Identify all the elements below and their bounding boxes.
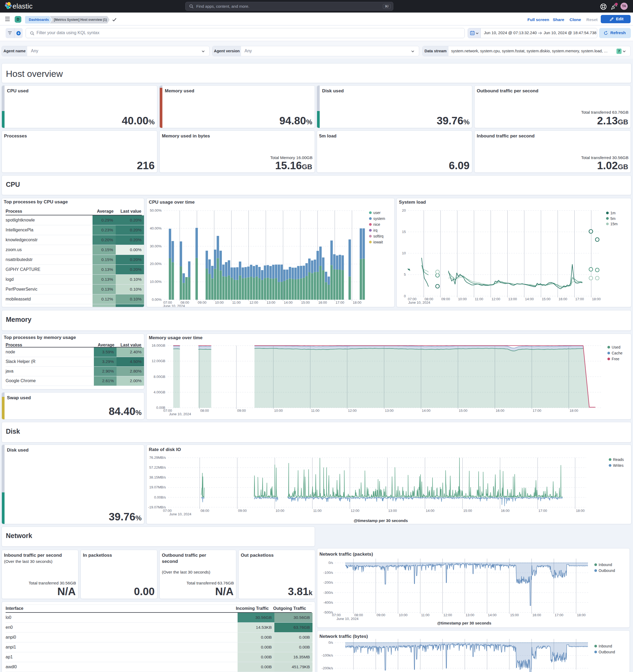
svg-text:12:00: 12:00 bbox=[444, 613, 452, 617]
svg-text:15:00: 15:00 bbox=[459, 409, 468, 413]
svg-text:June 10, 2024: June 10, 2024 bbox=[336, 617, 358, 621]
svg-text:11:00: 11:00 bbox=[313, 509, 322, 513]
svg-text:June 10, 2024: June 10, 2024 bbox=[169, 412, 191, 416]
svg-text:4.00GB: 4.00GB bbox=[154, 390, 165, 394]
svg-text:12:00: 12:00 bbox=[348, 409, 357, 413]
svg-text:08:00: 08:00 bbox=[200, 409, 209, 413]
svg-text:-500/s: -500/s bbox=[324, 610, 333, 614]
svg-text:@timestamp per 30 seconds: @timestamp per 30 seconds bbox=[354, 518, 408, 523]
svg-text:15: 15 bbox=[402, 230, 406, 234]
svg-text:-100k/s: -100k/s bbox=[322, 653, 333, 657]
svg-text:18:00: 18:00 bbox=[577, 613, 586, 617]
svg-text:Inbound: Inbound bbox=[599, 644, 612, 648]
svg-text:13:00: 13:00 bbox=[465, 613, 474, 617]
svg-text:18:00: 18:00 bbox=[592, 297, 601, 301]
svg-text:Outbound: Outbound bbox=[599, 569, 615, 573]
svg-text:10:00: 10:00 bbox=[215, 301, 224, 305]
svg-text:07:00: 07:00 bbox=[332, 613, 341, 617]
svg-text:13:00: 13:00 bbox=[508, 297, 517, 301]
svg-text:30.00%: 30.00% bbox=[150, 244, 162, 248]
svg-text:16.00GB: 16.00GB bbox=[152, 343, 165, 347]
svg-text:19.07MB/s: 19.07MB/s bbox=[149, 485, 166, 489]
svg-text:09:00: 09:00 bbox=[441, 297, 450, 301]
svg-text:June 10, 2024: June 10, 2024 bbox=[408, 301, 430, 305]
svg-text:June 10, 2024: June 10, 2024 bbox=[163, 304, 185, 307]
svg-text:16:00: 16:00 bbox=[559, 297, 567, 301]
svg-text:0: 0 bbox=[404, 294, 406, 298]
svg-text:Free: Free bbox=[612, 357, 619, 361]
svg-text:1m: 1m bbox=[610, 211, 615, 215]
svg-text:5m: 5m bbox=[610, 216, 615, 221]
svg-text:8.00GB: 8.00GB bbox=[154, 375, 165, 379]
svg-text:12:00: 12:00 bbox=[249, 301, 258, 305]
svg-text:18:00: 18:00 bbox=[569, 409, 578, 413]
svg-text:09:00: 09:00 bbox=[238, 509, 247, 513]
svg-text:16:00: 16:00 bbox=[496, 409, 505, 413]
svg-text:15:00: 15:00 bbox=[510, 613, 519, 617]
svg-text:10:00: 10:00 bbox=[399, 613, 408, 617]
svg-text:12:00: 12:00 bbox=[351, 509, 359, 513]
svg-text:40.00%: 40.00% bbox=[150, 226, 162, 230]
svg-text:12.00GB: 12.00GB bbox=[152, 359, 165, 363]
svg-text:14:00: 14:00 bbox=[284, 301, 293, 305]
svg-text:15m: 15m bbox=[610, 222, 617, 226]
svg-text:20.00%: 20.00% bbox=[150, 262, 162, 266]
svg-text:17:00: 17:00 bbox=[533, 409, 541, 413]
svg-text:57.22MB/s: 57.22MB/s bbox=[149, 465, 166, 470]
svg-text:Reads: Reads bbox=[613, 457, 624, 462]
svg-text:Cache: Cache bbox=[612, 351, 623, 355]
svg-text:13:00: 13:00 bbox=[385, 409, 394, 413]
svg-text:softirq: softirq bbox=[373, 234, 383, 238]
svg-text:0/s: 0/s bbox=[329, 641, 333, 645]
svg-text:13:00: 13:00 bbox=[267, 301, 275, 305]
svg-text:11:00: 11:00 bbox=[232, 301, 241, 305]
svg-text:38.15MB/s: 38.15MB/s bbox=[149, 475, 166, 479]
svg-text:09:00: 09:00 bbox=[237, 409, 246, 413]
svg-text:irq: irq bbox=[373, 228, 378, 233]
svg-text:16:00: 16:00 bbox=[501, 509, 510, 513]
svg-text:14:00: 14:00 bbox=[525, 297, 534, 301]
svg-text:18:00: 18:00 bbox=[576, 509, 585, 513]
svg-text:-400/s: -400/s bbox=[324, 600, 333, 604]
svg-text:10:00: 10:00 bbox=[276, 509, 284, 513]
svg-text:-200k/s: -200k/s bbox=[322, 666, 333, 670]
svg-text:10:00: 10:00 bbox=[274, 409, 283, 413]
svg-text:18:00: 18:00 bbox=[353, 301, 361, 305]
svg-text:-300/s: -300/s bbox=[324, 591, 333, 595]
svg-text:0.00B/s: 0.00B/s bbox=[154, 495, 166, 499]
svg-text:iowait: iowait bbox=[373, 240, 383, 244]
svg-text:50.00%: 50.00% bbox=[150, 209, 162, 212]
svg-text:10:00: 10:00 bbox=[458, 297, 467, 301]
svg-text:20: 20 bbox=[402, 209, 406, 212]
svg-text:-100/s: -100/s bbox=[324, 571, 333, 575]
svg-text:14:00: 14:00 bbox=[422, 409, 431, 413]
svg-text:11:00: 11:00 bbox=[475, 297, 483, 301]
svg-text:15:00: 15:00 bbox=[463, 509, 472, 513]
svg-text:12:00: 12:00 bbox=[492, 297, 501, 301]
svg-text:17:00: 17:00 bbox=[555, 613, 563, 617]
svg-text:15:00: 15:00 bbox=[542, 297, 551, 301]
svg-text:09:00: 09:00 bbox=[198, 301, 207, 305]
svg-text:nice: nice bbox=[373, 222, 380, 226]
svg-text:10.00%: 10.00% bbox=[150, 280, 162, 284]
svg-text:08:00: 08:00 bbox=[354, 613, 363, 617]
svg-text:17:00: 17:00 bbox=[335, 301, 344, 305]
svg-text:-200/s: -200/s bbox=[324, 580, 333, 584]
svg-text:11:00: 11:00 bbox=[421, 613, 430, 617]
svg-text:76.29MB/s: 76.29MB/s bbox=[149, 456, 166, 460]
svg-text:June 10, 2024: June 10, 2024 bbox=[169, 512, 191, 516]
svg-text:0/s: 0/s bbox=[329, 561, 333, 565]
svg-text:10: 10 bbox=[402, 251, 406, 255]
svg-text:16:00: 16:00 bbox=[532, 613, 541, 617]
svg-text:@timestamp per 30 seconds: @timestamp per 30 seconds bbox=[437, 621, 491, 625]
svg-text:16:00: 16:00 bbox=[319, 301, 327, 305]
svg-text:system: system bbox=[373, 216, 385, 221]
svg-text:17:00: 17:00 bbox=[538, 509, 547, 513]
svg-text:Inbound: Inbound bbox=[599, 562, 612, 567]
svg-text:14:00: 14:00 bbox=[488, 613, 497, 617]
svg-text:11:00: 11:00 bbox=[311, 409, 320, 413]
svg-text:08:00: 08:00 bbox=[201, 509, 209, 513]
svg-text:15:00: 15:00 bbox=[301, 301, 310, 305]
svg-text:Writes: Writes bbox=[613, 463, 624, 467]
svg-text:Used: Used bbox=[612, 345, 621, 349]
